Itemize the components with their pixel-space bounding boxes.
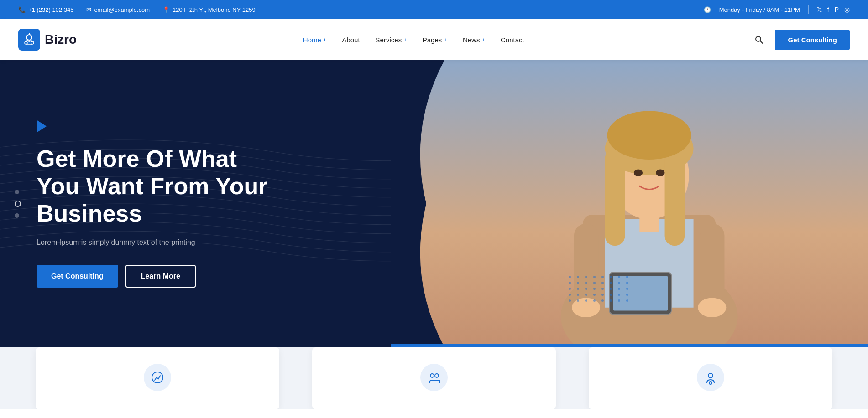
play-icon bbox=[37, 120, 47, 133]
mail-icon: ✉ bbox=[86, 6, 91, 13]
svg-rect-13 bbox=[664, 149, 685, 246]
topbar-right: 🕐 Monday - Friday / 8AM - 11PM 𝕏 f P ◎ bbox=[704, 5, 850, 14]
svg-point-24 bbox=[152, 372, 163, 383]
address-info: 📍 120 F 2th Yt, Melbone NY 1259 bbox=[162, 6, 256, 13]
hero-bottom-accent bbox=[391, 344, 868, 347]
email-info: ✉ email@example.com bbox=[86, 6, 150, 13]
main-nav: Home+ About Services+ Pages+ News+ Conta… bbox=[297, 32, 531, 47]
pinterest-icon[interactable]: P bbox=[835, 6, 839, 13]
topbar: 📞 +1 (232) 102 345 ✉ email@example.com 📍… bbox=[0, 0, 868, 19]
topbar-left: 📞 +1 (232) 102 345 ✉ email@example.com 📍… bbox=[18, 6, 256, 13]
logo[interactable]: Bizro bbox=[18, 29, 77, 51]
header-consulting-button[interactable]: Get Consulting bbox=[775, 30, 850, 50]
hero-learn-more-button[interactable]: Learn More bbox=[125, 265, 196, 288]
slider-dots bbox=[15, 190, 21, 218]
hero-section: Get More Of What You Want From Your Busi… bbox=[0, 60, 868, 347]
twitter-icon[interactable]: 𝕏 bbox=[817, 6, 822, 13]
svg-point-28 bbox=[709, 382, 712, 384]
svg-rect-19 bbox=[700, 224, 724, 303]
hero-wave-mask bbox=[391, 60, 444, 347]
hours-icon: 🕐 bbox=[704, 6, 711, 13]
svg-point-0 bbox=[26, 35, 32, 40]
location-icon: 📍 bbox=[162, 6, 170, 13]
hero-title: Get More Of What You Want From Your Busi… bbox=[37, 145, 283, 227]
svg-point-14 bbox=[607, 111, 691, 160]
phone-icon: 📞 bbox=[18, 6, 26, 13]
social-icons: 𝕏 f P ◎ bbox=[817, 6, 850, 13]
card-1 bbox=[36, 347, 279, 409]
header: Bizro Home+ About Services+ Pages+ News+… bbox=[0, 19, 868, 60]
instagram-icon[interactable]: ◎ bbox=[844, 6, 850, 13]
cards-section bbox=[0, 347, 868, 409]
svg-point-25 bbox=[430, 374, 434, 377]
header-actions: Get Consulting bbox=[750, 30, 850, 50]
card-icon-1 bbox=[144, 364, 171, 391]
nav-contact[interactable]: Contact bbox=[494, 32, 531, 47]
slide-dot-1[interactable] bbox=[15, 190, 19, 194]
hero-content: Get More Of What You Want From Your Busi… bbox=[0, 93, 319, 315]
nav-services[interactable]: Services+ bbox=[369, 32, 413, 47]
nav-home[interactable]: Home+ bbox=[297, 32, 333, 47]
address-text: 120 F 2th Yt, Melbone NY 1259 bbox=[173, 6, 256, 13]
logo-name: Bizro bbox=[45, 32, 77, 47]
svg-point-15 bbox=[634, 169, 643, 176]
svg-line-6 bbox=[760, 41, 763, 43]
svg-rect-12 bbox=[605, 149, 625, 246]
hero-consulting-button[interactable]: Get Consulting bbox=[37, 265, 118, 288]
nav-about[interactable]: About bbox=[335, 32, 366, 47]
hero-buttons: Get Consulting Learn More bbox=[37, 265, 283, 288]
svg-point-26 bbox=[435, 374, 439, 377]
slide-dot-2[interactable] bbox=[15, 201, 21, 207]
card-icon-3 bbox=[697, 364, 724, 391]
nav-pages[interactable]: Pages+ bbox=[416, 32, 454, 47]
search-button[interactable] bbox=[750, 31, 768, 48]
card-3 bbox=[589, 347, 832, 409]
svg-point-16 bbox=[656, 169, 664, 176]
hero-person-svg bbox=[391, 60, 868, 347]
slide-dot-3[interactable] bbox=[15, 213, 19, 218]
svg-rect-17 bbox=[639, 215, 659, 232]
phone-text: +1 (232) 102 345 bbox=[28, 6, 73, 13]
card-icon-2 bbox=[420, 364, 448, 391]
svg-point-2 bbox=[25, 41, 27, 44]
svg-point-27 bbox=[708, 373, 713, 378]
dot-pattern-decoration bbox=[569, 276, 631, 302]
card-2 bbox=[312, 347, 556, 409]
topbar-divider bbox=[808, 5, 809, 14]
nav-news[interactable]: News+ bbox=[456, 32, 492, 47]
svg-point-3 bbox=[31, 41, 34, 44]
svg-point-21 bbox=[698, 298, 726, 317]
facebook-icon[interactable]: f bbox=[827, 6, 829, 13]
email-text: email@example.com bbox=[94, 6, 150, 13]
logo-icon bbox=[18, 29, 40, 51]
phone-info: 📞 +1 (232) 102 345 bbox=[18, 6, 73, 13]
hero-subtitle: Lorem Ipsum is simply dummy text of the … bbox=[37, 238, 283, 247]
hours-text: Monday - Friday / 8AM - 11PM bbox=[719, 6, 800, 13]
hero-image-area bbox=[391, 60, 868, 347]
